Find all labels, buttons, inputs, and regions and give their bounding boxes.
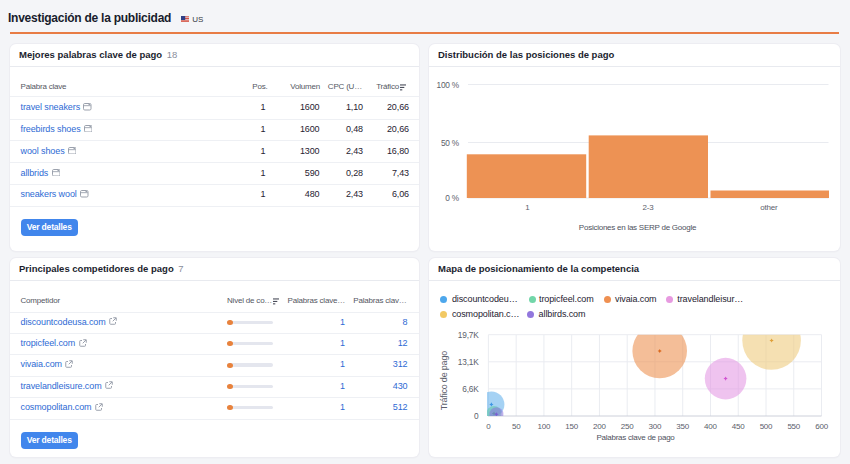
svg-text:100: 100	[538, 422, 551, 431]
svg-text:1: 1	[525, 202, 530, 211]
svg-text:Tráfico de pago: Tráfico de pago	[439, 351, 449, 410]
svg-text:500: 500	[760, 422, 773, 431]
svg-text:150: 150	[565, 422, 578, 431]
svg-text:50 %: 50 %	[441, 137, 460, 147]
svg-text:13,1K: 13,1K	[458, 357, 479, 367]
svg-text:19,7K: 19,7K	[458, 330, 479, 340]
svg-text:200: 200	[593, 422, 606, 431]
svg-text:100 %: 100 %	[436, 79, 459, 89]
svg-text:0: 0	[474, 411, 479, 421]
svg-text:550: 550	[787, 422, 800, 431]
svg-text:Posiciones en las SERP de Goog: Posiciones en las SERP de Google	[579, 222, 697, 231]
svg-text:600: 600	[815, 422, 828, 431]
svg-text:400: 400	[704, 422, 717, 431]
svg-text:50: 50	[512, 422, 521, 431]
svg-text:0 %: 0 %	[445, 193, 460, 203]
svg-text:Palabras clave de pago: Palabras clave de pago	[596, 433, 675, 442]
svg-text:other: other	[760, 202, 778, 211]
svg-text:6,6K: 6,6K	[462, 384, 479, 394]
svg-text:2-3: 2-3	[643, 202, 655, 211]
svg-text:250: 250	[621, 422, 634, 431]
svg-text:450: 450	[732, 422, 745, 431]
svg-text:0: 0	[486, 422, 491, 431]
svg-text:300: 300	[649, 422, 662, 431]
svg-text:350: 350	[676, 422, 689, 431]
